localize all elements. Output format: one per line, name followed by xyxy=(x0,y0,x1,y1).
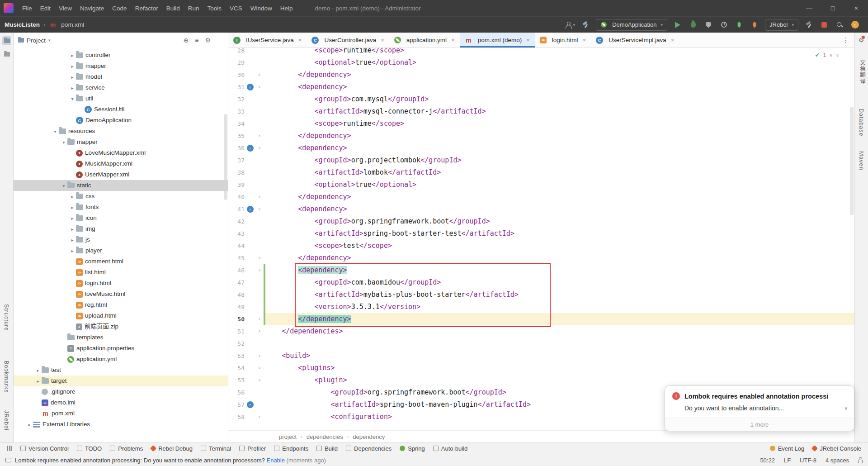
fold-marker-icon[interactable]: ∨ xyxy=(255,203,264,215)
locate-file-button[interactable]: ⊕ xyxy=(184,37,189,44)
code-line-35[interactable]: 35∧ </dependency> xyxy=(228,130,854,142)
toolwindow-button-todo[interactable]: TODO xyxy=(73,443,106,454)
tree-item[interactable]: UserMapper.xml xyxy=(14,169,228,180)
code-line-46[interactable]: 46∨ <dependency> xyxy=(228,264,854,276)
toolwindow-toggle-icon[interactable] xyxy=(5,458,11,462)
tree-item[interactable]: ▾resources xyxy=(14,126,228,137)
notification-body[interactable]: Do you want to enable annotation... xyxy=(684,404,784,412)
toolwindow-button-event-log[interactable]: Event Log xyxy=(766,443,809,454)
tree-item[interactable]: demo.iml xyxy=(14,397,228,408)
editor-tab[interactable]: UserController.java× xyxy=(307,33,389,48)
next-issue-button[interactable]: ∨ xyxy=(836,52,839,57)
fold-marker-icon[interactable]: ∨ xyxy=(255,142,264,154)
jrebel-tool-button[interactable]: JRebel xyxy=(3,410,9,431)
toolwindow-button-version-control[interactable]: Version Control xyxy=(16,443,73,454)
tree-item[interactable]: application.properties xyxy=(14,343,228,354)
editor-tab[interactable]: application.yml× xyxy=(389,33,460,48)
code-line-41[interactable]: 41↑∨ <dependency> xyxy=(228,203,854,215)
line-ending[interactable]: LF xyxy=(784,457,791,464)
chevron-right-icon[interactable]: ▸ xyxy=(69,86,76,90)
chevron-right-icon[interactable]: ▸ xyxy=(34,368,42,373)
fold-marker-icon[interactable]: ∨ xyxy=(255,362,264,374)
menu-help[interactable]: Help xyxy=(276,0,297,16)
tree-item[interactable]: ▸css xyxy=(14,191,228,202)
breadcrumb-file[interactable]: pom.xml xyxy=(61,21,84,28)
code-line-51[interactable]: 51∧ </dependencies> xyxy=(228,325,854,338)
menu-edit[interactable]: Edit xyxy=(36,0,55,16)
breadcrumb-dependencies[interactable]: dependencies xyxy=(307,433,343,440)
maven-tool-button[interactable]: Maven xyxy=(858,151,864,171)
fold-marker-icon[interactable]: ∧ xyxy=(255,252,264,264)
tree-item[interactable]: ▸target xyxy=(14,376,228,386)
file-encoding[interactable]: UTF-8 xyxy=(800,457,816,464)
code-line-39[interactable]: 39 <optional>true</optional> xyxy=(228,179,854,191)
tree-item[interactable]: .gitignore xyxy=(14,386,228,397)
toolwindow-button-auto-build[interactable]: Auto-build xyxy=(429,443,472,454)
chevron-right-icon[interactable]: ▸ xyxy=(69,75,76,80)
code-line-52[interactable]: 52 xyxy=(228,338,854,350)
jrebel-combo[interactable]: JRebel ▾ xyxy=(765,19,798,31)
editor-scrollbar[interactable] xyxy=(850,107,854,215)
tree-item[interactable]: ▸player xyxy=(14,245,228,256)
chevron-right-icon[interactable]: ▸ xyxy=(34,379,42,384)
close-tab-icon[interactable]: × xyxy=(381,37,384,43)
maven-dependency-icon[interactable]: ↑ xyxy=(247,401,254,408)
tree-item[interactable]: reg.html xyxy=(14,300,228,310)
code-line-54[interactable]: 54∨ <plugins> xyxy=(228,362,854,374)
update-button[interactable]: ↑ xyxy=(850,20,860,30)
fold-marker-icon[interactable]: ∧ xyxy=(255,69,264,81)
menu-build[interactable]: Build xyxy=(162,0,184,16)
editor-tab[interactable]: UserServiceImpl.java× xyxy=(591,33,679,48)
fold-marker-icon[interactable]: ∧ xyxy=(255,191,264,203)
breadcrumb-dependency[interactable]: dependency xyxy=(353,433,385,440)
stop-button[interactable] xyxy=(819,20,829,30)
tree-item[interactable]: ▸icon xyxy=(14,213,228,223)
menu-run[interactable]: Run xyxy=(184,0,203,16)
maven-dependency-icon[interactable]: ↑ xyxy=(247,84,254,90)
editor-tab[interactable]: IUserService.java× xyxy=(228,33,307,48)
code-line-29[interactable]: 29 <optional>true</optional> xyxy=(228,57,854,69)
code-line-34[interactable]: 34 <scope>runtime</scope> xyxy=(228,118,854,130)
tree-item[interactable]: templates xyxy=(14,332,228,343)
tree-item[interactable]: ▸fonts xyxy=(14,202,228,213)
tree-item[interactable]: list.html xyxy=(14,267,228,278)
tree-item[interactable]: SessionUtil xyxy=(14,104,228,115)
code-line-38[interactable]: 38 <artifactId>lombok</artifactId> xyxy=(228,166,854,179)
code-line-37[interactable]: 37 <groupId>org.projectlombok</groupId> xyxy=(228,154,854,166)
profiler-button[interactable] xyxy=(719,20,729,30)
close-tab-icon[interactable]: × xyxy=(671,37,675,43)
toolwindow-button-profiler[interactable]: Profiler xyxy=(235,443,270,454)
menu-refactor[interactable]: Refactor xyxy=(131,0,162,16)
code-editor[interactable]: 28 <scope>runtime</scope>29 <optional>tr… xyxy=(228,48,854,430)
fold-marker-icon[interactable]: ∨ xyxy=(255,81,264,93)
tree-item[interactable]: DemoApplication xyxy=(14,115,228,126)
tree-item[interactable]: MusicMapper.xml xyxy=(14,158,228,169)
menu-view[interactable]: View xyxy=(55,0,76,16)
code-line-47[interactable]: 47 <groupId>com.baomidou</groupId> xyxy=(228,276,854,289)
tree-item[interactable]: ▸mapper xyxy=(14,61,228,71)
tree-item[interactable]: ▾mapper xyxy=(14,137,228,147)
tree-item[interactable]: ▾static xyxy=(14,180,228,191)
enable-link[interactable]: Enable xyxy=(266,457,284,464)
tree-item[interactable]: ▸img xyxy=(14,223,228,234)
settings-button[interactable]: ⚙ xyxy=(205,37,211,44)
prev-issue-button[interactable]: ∧ xyxy=(829,52,832,57)
chevron-down-icon[interactable]: ▾ xyxy=(60,140,67,145)
jrebel-debug-button[interactable] xyxy=(750,20,760,30)
toolwindow-button-dependencies[interactable]: Dependencies xyxy=(342,443,396,454)
code-line-55[interactable]: 55∨ <plugin> xyxy=(228,374,854,386)
notifications-button[interactable]: ⚙ xyxy=(857,35,866,44)
menu-tools[interactable]: Tools xyxy=(203,0,226,16)
chevron-right-icon[interactable]: ▸ xyxy=(69,64,76,69)
indent-setting[interactable]: 4 spaces xyxy=(826,457,849,464)
code-line-30[interactable]: 30∧ </dependency> xyxy=(228,69,854,81)
debug-button[interactable] xyxy=(688,20,698,30)
code-line-32[interactable]: 32 <groupId>com.mysql</groupId> xyxy=(228,93,854,105)
fold-marker-icon[interactable]: ∨ xyxy=(255,411,264,423)
chevron-down-icon[interactable]: ∨ xyxy=(844,405,848,411)
close-tab-icon[interactable]: × xyxy=(526,37,530,43)
chevron-down-icon[interactable]: ▾ xyxy=(52,129,59,134)
chevron-down-icon[interactable]: ▾ xyxy=(48,38,51,43)
code-line-31[interactable]: 31↑∨ <dependency> xyxy=(228,81,854,93)
fold-marker-icon[interactable]: ∨ xyxy=(255,374,264,386)
